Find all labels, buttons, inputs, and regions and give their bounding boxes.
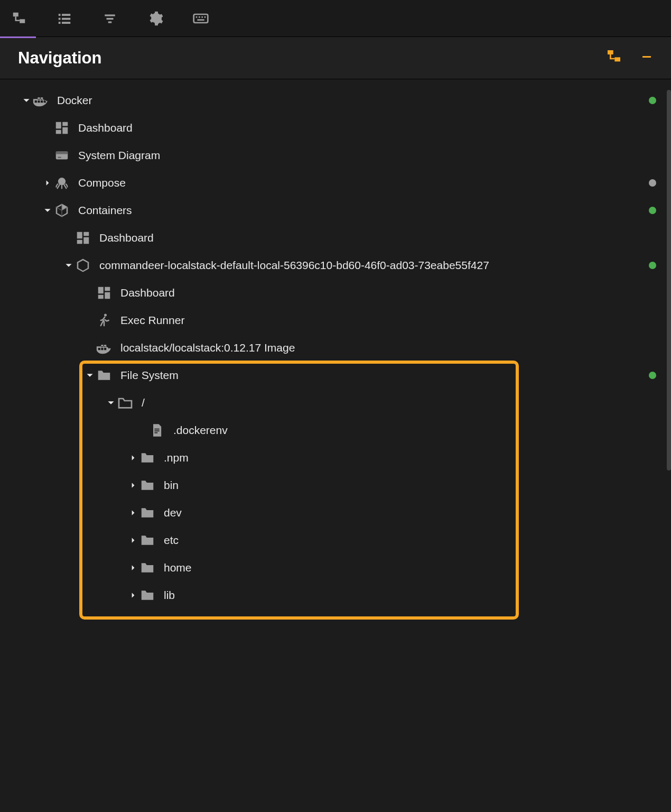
tree-label: Compose (78, 177, 126, 189)
folder-icon (138, 586, 156, 604)
settings-tab-icon[interactable] (146, 9, 165, 28)
tree-label: .npm (164, 451, 189, 464)
svg-rect-31 (77, 240, 82, 244)
tree-label: lib (164, 589, 175, 602)
tree-label: Dashboard (78, 122, 133, 134)
svg-rect-18 (614, 57, 620, 61)
tree-label: Dashboard (99, 232, 154, 244)
svg-rect-35 (98, 295, 104, 299)
cube-icon (53, 201, 71, 219)
status-dot-green (649, 372, 656, 379)
svg-rect-3 (62, 14, 70, 16)
svg-rect-16 (197, 19, 204, 21)
svg-rect-28 (77, 232, 82, 239)
tree-label: Exec Runner (120, 314, 184, 327)
chevron-down-icon[interactable] (21, 97, 32, 104)
docker-icon (95, 339, 113, 357)
folder-icon (138, 504, 156, 522)
chevron-right-icon[interactable] (128, 482, 138, 488)
svg-rect-29 (83, 232, 89, 236)
tree-item-folder-etc[interactable]: etc (0, 527, 671, 554)
navigation-tree: Docker Dashboard System Diagram Compose (0, 79, 671, 812)
tree-item-containers-dashboard[interactable]: Dashboard (0, 224, 671, 252)
svg-rect-7 (62, 22, 70, 24)
tree-label: System Diagram (78, 149, 160, 162)
minimize-icon[interactable] (640, 50, 653, 66)
folder-icon (138, 476, 156, 494)
tree-label: commandeer-localstack-default-local-5639… (99, 259, 489, 272)
tree-item-system-diagram[interactable]: System Diagram (0, 142, 671, 169)
nav-tree-icon[interactable] (605, 48, 622, 68)
chevron-right-icon[interactable] (128, 565, 138, 571)
runner-icon (95, 311, 113, 329)
svg-rect-32 (98, 287, 104, 294)
tree-item-file-dockerenv[interactable]: .dockerenv (0, 417, 671, 444)
scrollbar-thumb[interactable] (667, 90, 671, 470)
dashboard-icon (74, 229, 92, 247)
tree-label: Dashboard (120, 287, 175, 299)
chevron-down-icon[interactable] (85, 372, 95, 379)
tree-label: Docker (57, 94, 92, 107)
tree-item-compose[interactable]: Compose (0, 169, 671, 197)
tree-item-image[interactable]: localstack/localstack:0.12.17 Image (0, 334, 671, 362)
tree-label: etc (164, 534, 179, 547)
keyboard-tab-icon[interactable] (191, 9, 210, 28)
svg-rect-33 (105, 287, 110, 291)
svg-rect-26 (58, 157, 61, 159)
octopus-icon (53, 174, 71, 192)
tree-item-folder-home[interactable]: home (0, 554, 671, 582)
chevron-down-icon[interactable] (42, 207, 53, 214)
tree-label: File System (120, 369, 179, 382)
svg-rect-15 (204, 16, 206, 18)
tree-item-folder-lib[interactable]: lib (0, 582, 671, 609)
tree-item-folder-dev[interactable]: dev (0, 499, 671, 527)
svg-rect-17 (608, 50, 613, 54)
svg-rect-6 (59, 22, 61, 24)
diagram-icon (53, 146, 71, 164)
tree-item-containers[interactable]: Containers (0, 197, 671, 224)
tree-label: localstack/localstack:0.12.17 Image (120, 342, 295, 354)
tree-item-container-dashboard[interactable]: Dashboard (0, 279, 671, 307)
tree-item-container-instance[interactable]: commandeer-localstack-default-local-5639… (0, 252, 671, 279)
tree-item-dashboard[interactable]: Dashboard (0, 114, 671, 142)
chevron-right-icon[interactable] (128, 537, 138, 543)
svg-rect-22 (62, 127, 68, 134)
chevron-right-icon[interactable] (128, 510, 138, 516)
svg-rect-12 (196, 16, 198, 18)
chevron-down-icon[interactable] (63, 262, 74, 269)
svg-rect-20 (56, 122, 61, 129)
svg-rect-19 (642, 56, 651, 58)
svg-rect-21 (62, 122, 68, 126)
folder-outline-icon (116, 394, 134, 412)
list-tab-icon[interactable] (55, 9, 74, 28)
filter-tab-icon[interactable] (100, 9, 119, 28)
tree-label: Containers (78, 204, 132, 217)
tree-label: / (142, 396, 145, 409)
chevron-down-icon[interactable] (106, 399, 116, 407)
chevron-right-icon[interactable] (128, 455, 138, 461)
tree-item-folder-npm[interactable]: .npm (0, 444, 671, 472)
tree-item-file-system[interactable]: File System (0, 362, 671, 389)
tree-label: .dockerenv (173, 424, 228, 437)
svg-rect-8 (105, 14, 115, 16)
svg-rect-14 (201, 16, 203, 18)
chevron-right-icon[interactable] (128, 592, 138, 598)
chevron-right-icon[interactable] (42, 180, 53, 186)
docker-icon (32, 91, 50, 109)
status-dot-green (649, 97, 656, 104)
folder-icon (95, 366, 113, 384)
tree-tab-icon[interactable] (10, 9, 29, 28)
svg-point-36 (104, 314, 107, 317)
tree-item-folder-bin[interactable]: bin (0, 472, 671, 499)
tree-item-root-folder[interactable]: / (0, 389, 671, 417)
navigation-header: Navigation (0, 37, 671, 79)
folder-icon (138, 531, 156, 549)
svg-rect-34 (105, 292, 110, 299)
svg-rect-30 (83, 237, 89, 244)
tree-label: bin (164, 479, 179, 492)
dashboard-icon (53, 119, 71, 137)
navigation-title: Navigation (18, 49, 101, 68)
svg-rect-0 (13, 12, 18, 16)
tree-item-docker[interactable]: Docker (0, 87, 671, 114)
tree-item-exec-runner[interactable]: Exec Runner (0, 307, 671, 334)
